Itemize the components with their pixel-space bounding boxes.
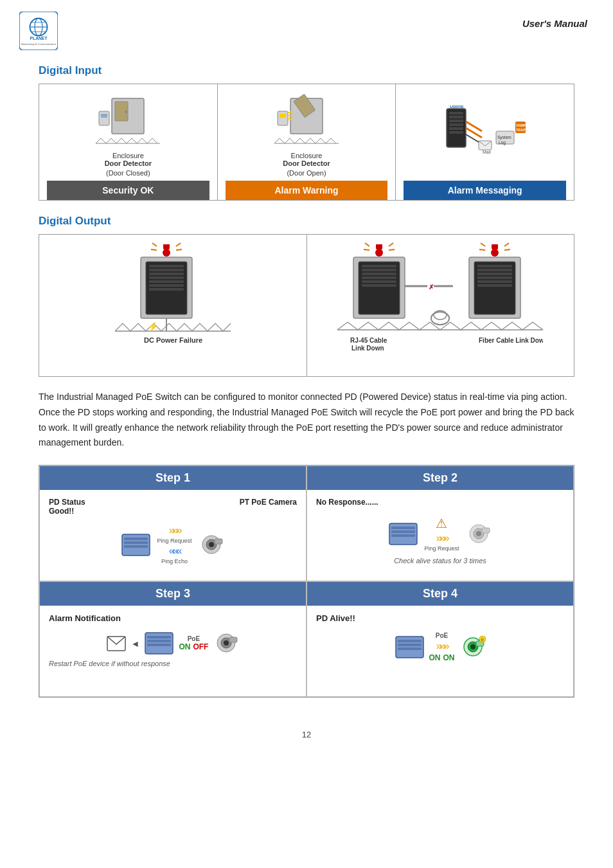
svg-rect-112 — [482, 528, 490, 533]
page-number: 12 — [302, 730, 311, 739]
step-3-poe-status: PoE ON OFF — [179, 635, 208, 651]
svg-line-64 — [389, 243, 393, 246]
svg-line-43 — [152, 243, 157, 246]
di-bottom-security: Security OK — [47, 181, 209, 200]
svg-line-45 — [176, 243, 181, 246]
svg-text:Networking & Communication: Networking & Communication — [21, 42, 57, 46]
svg-line-63 — [364, 249, 369, 250]
step-4-header: Step 4 — [307, 582, 573, 606]
step-3-off-label: OFF — [193, 642, 208, 651]
svg-point-61 — [375, 249, 383, 257]
digital-input-diagram: Enclosure Door Detector (Door Closed) Se… — [39, 84, 574, 201]
step-4-switch-icon — [395, 636, 424, 658]
digital-input-title: Digital Input — [39, 64, 574, 77]
svg-text:⚡: ⚡ — [147, 321, 159, 332]
svg-rect-114 — [145, 633, 173, 654]
step-1-arrows: »»» Ping Request ««« Ping Echo — [157, 525, 191, 565]
svg-rect-16 — [278, 111, 288, 125]
svg-rect-115 — [147, 636, 171, 638]
svg-rect-51 — [149, 273, 184, 275]
step-4-diagram: PoE »»» ON ON — [316, 632, 564, 662]
svg-rect-83 — [477, 269, 512, 271]
door-open-svg — [274, 92, 339, 150]
step-2-camera-icon — [466, 523, 492, 545]
svg-point-120 — [224, 640, 229, 646]
svg-rect-78 — [362, 280, 396, 283]
step-2-check-text: Check alive status for 3 times — [316, 557, 564, 565]
svg-text:⚙: ⚙ — [481, 638, 484, 642]
svg-rect-124 — [398, 644, 422, 646]
svg-line-68 — [481, 243, 485, 246]
svg-line-46 — [176, 249, 182, 250]
digital-output-diagram: DC Power Failure ⚡ — [39, 234, 574, 377]
svg-rect-107 — [391, 530, 415, 533]
svg-rect-49 — [149, 265, 184, 267]
svg-rect-99 — [124, 541, 148, 544]
step-2-arrows-right: »»» — [436, 532, 448, 544]
step-2-cell: Step 2 No Response...... ⚠ — [306, 466, 574, 581]
svg-rect-125 — [398, 647, 422, 650]
svg-point-128 — [470, 644, 475, 649]
step-4-camera-icon: ⚙ — [460, 636, 486, 658]
steps-grid: Step 1 PD Status Good!! PT PoE Camera — [39, 465, 574, 698]
step-2-content: No Response...... ⚠ »»» Pi — [307, 490, 573, 581]
svg-rect-79 — [362, 284, 396, 287]
do-cell-power: DC Power Failure ⚡ — [39, 235, 307, 376]
svg-rect-53 — [149, 280, 184, 283]
svg-rect-84 — [477, 273, 512, 275]
svg-rect-87 — [477, 284, 512, 287]
step-4-arrows: PoE »»» ON ON — [429, 632, 455, 662]
svg-text:Log: Log — [499, 140, 506, 145]
manual-title: User's Manual — [522, 12, 587, 29]
step-3-back-arrow: ◄ — [131, 638, 140, 649]
step-2-diagram: ⚠ »»» Ping Request — [316, 516, 564, 552]
svg-rect-82 — [477, 265, 512, 267]
svg-rect-26 — [449, 123, 463, 126]
di-detector-label-2: Door Detector — [283, 159, 330, 167]
step-1-right-label: PT PoE Camera — [240, 498, 297, 507]
step-3-content: Alarm Notification ◄ — [40, 606, 306, 696]
step-3-header: Step 3 — [40, 582, 306, 606]
door-closed-svg — [96, 92, 160, 150]
di-cell-alarm: Enclosure Door Detector (Door Open) Alar… — [218, 84, 396, 200]
svg-rect-106 — [391, 527, 415, 529]
svg-rect-11 — [99, 111, 109, 125]
svg-rect-25 — [449, 120, 463, 122]
svg-rect-17 — [280, 114, 286, 118]
di-cell-messaging-illustration: Uplink Mail System Log SNMP T — [404, 91, 566, 178]
step-3-poe-label: PoE — [188, 635, 200, 642]
step-3-notification-icon — [107, 636, 126, 651]
svg-text:SNMP: SNMP — [516, 123, 526, 127]
step-1-content: PD Status Good!! PT PoE Camera — [40, 490, 306, 581]
svg-rect-75 — [362, 269, 396, 271]
step-1-camera-icon — [199, 534, 224, 556]
svg-line-44 — [151, 249, 157, 250]
svg-line-69 — [479, 249, 485, 250]
step-2-header: Step 2 — [307, 466, 573, 490]
di-door-state-1: (Door Closed) — [106, 169, 150, 177]
step-4-pd-alive: PD Alive!! — [316, 613, 564, 623]
step-3-on-off: ON OFF — [179, 642, 208, 651]
svg-rect-116 — [147, 640, 171, 642]
step-1-header: Step 1 — [40, 466, 306, 490]
svg-text:RJ-45 Cable: RJ-45 Cable — [350, 337, 387, 344]
step-1-ping-request: Ping Request — [157, 538, 191, 544]
svg-rect-97 — [122, 534, 150, 556]
step-4-on-labels: ON ON — [429, 653, 455, 662]
svg-rect-86 — [477, 280, 512, 283]
step-2-arrows: ⚠ »»» Ping Request — [424, 516, 459, 552]
svg-rect-54 — [149, 284, 184, 287]
svg-rect-98 — [124, 538, 148, 540]
step-3-restart-label: Restart PoE device if without response — [49, 660, 297, 667]
step-4-cell: Step 4 PD Alive!! PoE »»» — [306, 581, 574, 697]
step-1-pd-label: PD Status — [49, 498, 85, 507]
svg-rect-50 — [149, 269, 184, 271]
svg-rect-121 — [229, 637, 237, 642]
svg-rect-105 — [389, 523, 417, 545]
di-door-state-2: (Door Open) — [287, 169, 326, 177]
page-content: Digital Input Enclosu — [0, 64, 613, 698]
step-2-no-response: No Response...... — [316, 498, 564, 507]
svg-rect-28 — [449, 131, 463, 134]
page-header: PLANET Networking & Communication User's… — [0, 0, 613, 50]
step-4-on-label-1: ON — [429, 653, 441, 662]
